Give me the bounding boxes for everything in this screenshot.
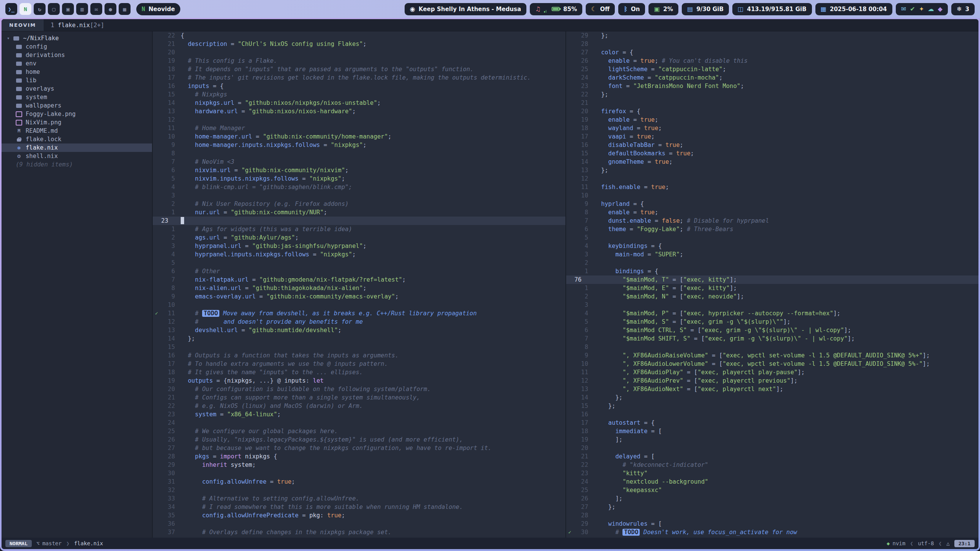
tab-neovim[interactable]: NEOVIM — [2, 19, 44, 31]
code-text: # Usually, "nixpkgs.legacyPackages.${sys… — [175, 435, 463, 444]
sign-column — [153, 351, 160, 360]
idle-inhibitor-pill[interactable]: ☾Off — [586, 3, 615, 15]
media-player-pill[interactable]: ◉ Keep Shelly In Athens - Medusa — [405, 3, 527, 15]
tree-item-lib[interactable]: lib — [2, 76, 152, 85]
workspace-8[interactable]: ● — [105, 3, 116, 15]
filetype-icon: △ — [946, 540, 949, 546]
code-line: 20 — [566, 444, 979, 452]
sign-column — [566, 174, 574, 183]
code-text: "$mainMod, N" = ["exec, neovide"]; — [588, 292, 744, 301]
code-line: 26 enable = true; # You can't disable th… — [566, 57, 979, 65]
tree-item-system[interactable]: system — [2, 93, 152, 101]
tree-item-home[interactable]: home — [2, 68, 152, 76]
code-line: 17 # To handle extra arguments we use th… — [153, 360, 565, 368]
code-line: 3 — [566, 301, 979, 309]
line-number: 15 — [574, 149, 588, 158]
code-text: # Configs can support more than a single… — [175, 393, 420, 402]
sign-column — [153, 57, 160, 65]
code-text: pkgs = import nixpkgs { — [175, 452, 277, 461]
memory-icon: ▤ — [687, 6, 693, 12]
tree-item-NixVim.png[interactable]: NixVim.png — [2, 118, 152, 127]
buffer-index: 1 — [51, 22, 58, 29]
sign-column — [566, 124, 574, 132]
active-app-pill[interactable]: N Neovide — [136, 3, 180, 15]
line-number: 23 — [160, 410, 175, 419]
tree-item-overlays[interactable]: overlays — [2, 85, 152, 93]
sign-column — [566, 334, 574, 343]
disk-icon: ◫ — [738, 6, 743, 12]
mail-tray-icon[interactable]: ✉ — [901, 6, 906, 12]
line-number: 1 — [574, 267, 588, 276]
code-text — [588, 233, 594, 242]
tree-item-label: lib — [26, 77, 36, 84]
sign-column — [566, 360, 574, 368]
code-text: # Outputs is a function that takes the i… — [175, 351, 399, 360]
workspace-7[interactable]: ✉ — [90, 3, 102, 15]
system-tray[interactable]: ✉✔✦☁◆ — [896, 3, 948, 15]
code-line: 34 # I read somewhere that this is more … — [153, 503, 565, 511]
program-label: nvim — [893, 540, 906, 546]
line-number: 7 — [160, 158, 175, 166]
workspace-9[interactable]: ▦ — [119, 3, 131, 15]
sign-column — [566, 393, 574, 402]
tree-item-README.md[interactable]: README.md — [2, 127, 152, 135]
sign-column — [153, 166, 160, 174]
code-text: system = "x86_64-linux"; — [175, 410, 281, 419]
tabline: NEOVIM 1 flake.nix[2+] — [2, 19, 978, 31]
editor-pane-left[interactable]: 22{21 description = "ChUrl's NixOS confi… — [153, 31, 565, 538]
memory-value: 9/30 GiB — [696, 6, 724, 13]
workspace-6[interactable]: ▥ — [76, 3, 88, 15]
code-text — [588, 99, 594, 107]
updates-pill[interactable]: ❄ 3 — [951, 3, 975, 15]
code-text — [175, 191, 181, 200]
tree-item-config[interactable]: config — [2, 42, 152, 51]
tree-item-Foggy-Lake.png[interactable]: Foggy-Lake.png — [2, 110, 152, 118]
keepassxc-tray-icon[interactable]: ✔ — [910, 6, 915, 12]
line-number: 6 — [160, 166, 175, 174]
updates-count: 3 — [965, 6, 969, 13]
nextcloud-tray-icon[interactable]: ☁ — [928, 6, 934, 12]
battery-pill[interactable]: 85% — [546, 3, 582, 15]
sign-column — [153, 377, 160, 385]
workspace-terminal[interactable]: ❯_ — [5, 3, 17, 15]
code-line: 12 ", XF86AudioPrev" = ["exec, playerctl… — [566, 377, 979, 385]
sign-column — [566, 116, 574, 124]
sign-column — [153, 503, 160, 511]
line-number: 13 — [574, 385, 588, 393]
git-branch[interactable]: ⌥ master — [36, 540, 62, 546]
code-line: 33 # Alternative to setting config.allow… — [153, 494, 565, 503]
clock-icon: ▦ — [821, 6, 826, 12]
tree-item-flake.nix[interactable]: flake.nix — [2, 143, 152, 152]
sign-column — [566, 435, 574, 444]
code-line: 11 fish.enable = true; — [566, 183, 979, 191]
memory-pill[interactable]: ▤9/30 GiB — [682, 3, 729, 15]
clock-pill[interactable]: ▦2025-06-18 00:04 — [815, 3, 892, 15]
line-number: 2 — [574, 259, 588, 267]
sign-column — [153, 368, 160, 377]
cpu-pill[interactable]: ▣2% — [648, 3, 678, 15]
workspace-5[interactable]: ▣ — [62, 3, 74, 15]
editor-pane-right[interactable]: 29 };2827 color = {26 enable = true; # Y… — [565, 31, 979, 538]
tree-root[interactable]: ▾~/NixFlake — [2, 34, 152, 42]
line-number: 9 — [574, 351, 588, 360]
code-text — [588, 444, 594, 452]
buffer-label[interactable]: 1 flake.nix[2+] — [51, 19, 104, 31]
key-tray-icon[interactable]: ✦ — [919, 6, 924, 12]
code-line: 27 }; — [566, 503, 979, 511]
kdeconnect-tray-icon[interactable]: ◆ — [938, 6, 942, 12]
tree-item-flake.lock[interactable]: flake.lock — [2, 135, 152, 143]
line-number: 5 — [160, 259, 175, 267]
disk-pill[interactable]: ◫413.19/915.81 GiB — [732, 3, 812, 15]
code-line: 17 # The inputs' git revisions get locke… — [153, 73, 565, 82]
code-line: 15 — [153, 343, 565, 351]
tree-item-env[interactable]: env — [2, 59, 152, 68]
tree-item-shell.nix[interactable]: shell.nix — [2, 152, 152, 160]
workspace-neovim[interactable]: N — [20, 3, 31, 15]
tree-item-derivations[interactable]: derivations — [2, 51, 152, 59]
bluetooth-pill[interactable]: ᛒOn — [618, 3, 645, 15]
tree-item-wallpapers[interactable]: wallpapers — [2, 101, 152, 110]
code-line: 2 ags.url = "github:Aylur/ags"; — [153, 233, 565, 242]
workspace-3[interactable]: ↻ — [34, 3, 46, 15]
sign-column — [153, 183, 160, 191]
workspace-4[interactable]: ▢ — [48, 3, 60, 15]
